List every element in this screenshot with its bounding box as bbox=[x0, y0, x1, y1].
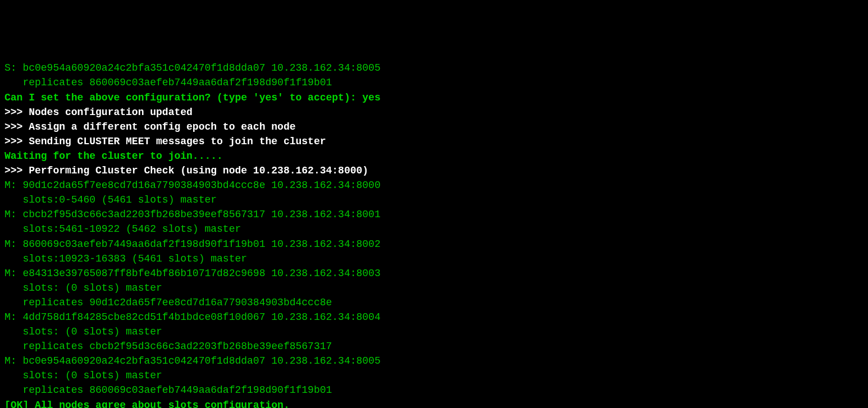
terminal-line: slots:5461-10922 (5462 slots) master bbox=[4, 222, 864, 236]
terminal-line: slots:0-5460 (5461 slots) master bbox=[4, 192, 864, 207]
terminal-output: S: bc0e954a60920a24c2bfa351c042470f1d8dd… bbox=[4, 61, 864, 408]
terminal-line: replicates 90d1c2da65f7ee8cd7d16a7790384… bbox=[4, 295, 864, 310]
terminal-line: replicates 860069c03aefeb7449aa6daf2f198… bbox=[4, 75, 864, 90]
terminal-line: M: 860069c03aefeb7449aa6daf2f198d90f1f19… bbox=[4, 237, 864, 251]
terminal-line: M: cbcb2f95d3c66c3ad2203fb268be39eef8567… bbox=[4, 207, 864, 222]
terminal-line: slots: (0 slots) master bbox=[4, 324, 864, 339]
terminal-line: S: bc0e954a60920a24c2bfa351c042470f1d8dd… bbox=[4, 61, 864, 75]
terminal-line: M: 90d1c2da65f7ee8cd7d16a7790384903bd4cc… bbox=[4, 178, 864, 192]
terminal-line: [OK] All nodes agree about slots configu… bbox=[4, 398, 864, 408]
terminal-line: >>> Assign a different config epoch to e… bbox=[4, 120, 864, 134]
terminal-line: replicates 860069c03aefeb7449aa6daf2f198… bbox=[4, 383, 864, 397]
terminal-line: Waiting for the cluster to join..... bbox=[4, 149, 864, 163]
terminal-line: slots:10923-16383 (5461 slots) master bbox=[4, 251, 864, 266]
terminal-line: M: 4dd758d1f84285cbe82cd51f4b1bdce08f10d… bbox=[4, 310, 864, 324]
terminal-line: replicates cbcb2f95d3c66c3ad2203fb268be3… bbox=[4, 339, 864, 354]
terminal-line: >>> Performing Cluster Check (using node… bbox=[4, 163, 864, 178]
terminal-line: Can I set the above configuration? (type… bbox=[4, 90, 864, 105]
terminal-line: slots: (0 slots) master bbox=[4, 281, 864, 295]
terminal-line: >>> Nodes configuration updated bbox=[4, 105, 864, 120]
terminal-line: >>> Sending CLUSTER MEET messages to joi… bbox=[4, 134, 864, 149]
terminal-line: M: e84313e39765087ff8bfe4bf86b10717d82c9… bbox=[4, 266, 864, 281]
terminal-line: slots: (0 slots) master bbox=[4, 368, 864, 383]
terminal-line: M: bc0e954a60920a24c2bfa351c042470f1d8dd… bbox=[4, 354, 864, 368]
